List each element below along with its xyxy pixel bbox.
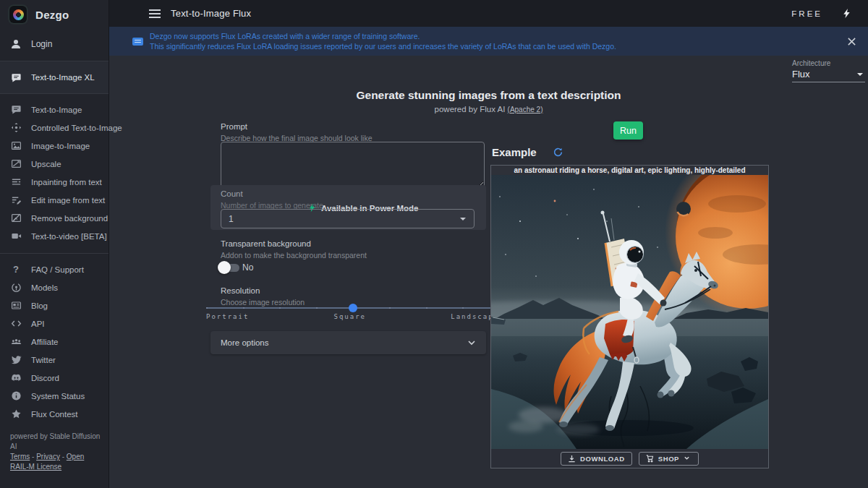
video-camera-icon bbox=[10, 231, 22, 242]
link-separator: - bbox=[32, 453, 34, 461]
sidebar-links-group: ? FAQ / Support Models Blog API bbox=[0, 260, 109, 423]
sidebar-item-twitter[interactable]: Twitter bbox=[0, 351, 109, 369]
plan-badge[interactable]: FREE bbox=[791, 9, 822, 18]
discord-icon bbox=[10, 372, 22, 384]
news-badge-icon bbox=[132, 38, 143, 46]
sidebar-item-label: Inpainting from text bbox=[31, 178, 102, 187]
chevron-down-icon bbox=[856, 71, 864, 78]
announcement-banner: Dezgo now supports Flux LoRAs created wi… bbox=[109, 27, 868, 56]
app-window: Dezgo Login Text-to-Image XL Text-to-Ima… bbox=[0, 0, 868, 488]
banner-text: Dezgo now supports Flux LoRAs created wi… bbox=[150, 31, 616, 51]
refresh-icon[interactable] bbox=[553, 147, 563, 158]
person-icon bbox=[10, 38, 22, 50]
prompt-input[interactable] bbox=[221, 142, 485, 188]
sidebar-item-text-to-video[interactable]: Text-to-video [BETA] bbox=[0, 227, 109, 245]
hero: Generate stunning images from a text des… bbox=[109, 89, 868, 114]
more-options-label: More options bbox=[221, 338, 268, 347]
sidebar-item-models[interactable]: Models bbox=[0, 278, 109, 296]
sidebar-item-upscale[interactable]: Upscale bbox=[0, 155, 109, 173]
star-icon bbox=[10, 408, 22, 420]
brand-home-link[interactable]: Dezgo bbox=[0, 0, 109, 29]
sidebar-item-api[interactable]: API bbox=[0, 314, 109, 333]
sidebar-item-label: Text-to-Image XL bbox=[31, 73, 95, 82]
sidebar-item-label: Text-to-Image bbox=[31, 106, 82, 114]
download-button[interactable]: DOWNLOAD bbox=[561, 452, 632, 466]
transparent-bg-toggle[interactable] bbox=[218, 261, 242, 274]
sidebar-item-flux-contest[interactable]: Flux Contest bbox=[0, 405, 109, 423]
sidebar-item-text-to-image-xl[interactable]: Text-to-Image XL bbox=[0, 61, 109, 93]
more-options-accordion[interactable]: More options bbox=[210, 331, 486, 354]
sidebar-item-label: Twitter bbox=[31, 356, 56, 364]
sidebar-item-blog[interactable]: Blog bbox=[0, 296, 109, 314]
chevron-down-icon bbox=[467, 338, 476, 347]
run-button[interactable]: Run bbox=[613, 121, 643, 140]
transparent-bg-label: Transparent background bbox=[221, 239, 311, 248]
resolution-mark-portrait[interactable]: Portrait bbox=[206, 313, 249, 320]
lines-filter-icon bbox=[10, 176, 22, 188]
sidebar-item-label: Controlled Text-to-Image bbox=[31, 124, 122, 132]
download-label: DOWNLOAD bbox=[580, 455, 625, 463]
shop-button[interactable]: SHOP bbox=[639, 452, 699, 466]
example-image bbox=[491, 175, 768, 449]
link-separator: - bbox=[62, 453, 64, 461]
powered-by-text: powered by Stable Diffusion AI bbox=[10, 432, 103, 452]
apache-2-link[interactable]: (Apache 2) bbox=[508, 106, 543, 114]
dezgo-logo-icon bbox=[9, 6, 27, 23]
count-value: 1 bbox=[229, 214, 234, 224]
sidebar-item-label: Login bbox=[31, 39, 52, 49]
shop-label: SHOP bbox=[658, 455, 679, 463]
architecture-label: Architecture bbox=[792, 59, 865, 67]
sidebar: Dezgo Login Text-to-Image XL Text-to-Ima… bbox=[0, 0, 109, 488]
sidebar-item-faq-support[interactable]: ? FAQ / Support bbox=[0, 260, 109, 278]
terms-link[interactable]: Terms bbox=[10, 453, 30, 461]
sidebar-item-remove-background[interactable]: Remove background bbox=[0, 209, 109, 227]
resolution-slider[interactable] bbox=[206, 303, 499, 313]
transparent-bg-value: No bbox=[242, 262, 253, 273]
hero-subtitle: powered by Flux AI bbox=[435, 105, 506, 114]
sidebar-item-edit-image-from-text[interactable]: Edit image from text bbox=[0, 191, 109, 209]
sidebar-item-controlled-text-to-image[interactable]: Controlled Text-to-Image bbox=[0, 119, 109, 137]
example-title: Example bbox=[492, 146, 537, 158]
dpad-move-icon bbox=[10, 122, 22, 134]
chevron-down-icon bbox=[684, 455, 692, 463]
sidebar-item-login[interactable]: Login bbox=[0, 33, 109, 55]
model-circle-icon bbox=[10, 282, 22, 294]
sidebar-item-label: System Status bbox=[31, 392, 85, 401]
sidebar-item-text-to-image[interactable]: Text-to-Image bbox=[0, 100, 109, 119]
count-label: Count bbox=[221, 189, 243, 198]
example-card: an astronaut riding a horse, digital art… bbox=[490, 165, 769, 468]
prompt-label: Prompt bbox=[221, 122, 247, 131]
crescent-moon bbox=[676, 202, 691, 216]
count-select[interactable]: 1 bbox=[221, 209, 475, 228]
architecture-select[interactable]: Architecture Flux bbox=[792, 59, 865, 82]
hero-title: Generate stunning images from a text des… bbox=[109, 89, 868, 102]
resolution-mark-square[interactable]: Square bbox=[334, 313, 367, 320]
sidebar-item-inpainting-from-text[interactable]: Inpainting from text bbox=[0, 173, 109, 191]
resolution-label: Resolution bbox=[221, 286, 260, 295]
image-slash-icon bbox=[10, 213, 22, 224]
architecture-value: Flux bbox=[792, 69, 810, 80]
sidebar-item-label: Discord bbox=[31, 374, 59, 382]
sidebar-item-affiliate[interactable]: Affiliate bbox=[0, 333, 109, 351]
example-caption: an astronaut riding a horse, digital art… bbox=[491, 166, 768, 175]
edit-pencil-icon bbox=[10, 194, 22, 206]
sidebar-item-image-to-image[interactable]: Image-to-Image bbox=[0, 137, 109, 155]
chat-bubble-icon bbox=[10, 104, 22, 116]
power-mode-bolt-icon[interactable] bbox=[841, 8, 852, 19]
privacy-link[interactable]: Privacy bbox=[36, 453, 60, 461]
slider-thumb[interactable] bbox=[349, 304, 357, 312]
hamburger-menu-icon[interactable] bbox=[148, 9, 161, 19]
info-circle-icon bbox=[10, 390, 22, 402]
close-icon[interactable] bbox=[847, 37, 856, 46]
question-mark-icon: ? bbox=[10, 264, 22, 275]
sidebar-item-label: Image-to-Image bbox=[31, 142, 90, 150]
chat-bubble-icon bbox=[10, 72, 22, 83]
sidebar-item-label: Affiliate bbox=[31, 338, 59, 346]
twitter-bird-icon bbox=[10, 354, 22, 366]
sidebar-item-label: Text-to-video [BETA] bbox=[31, 232, 107, 241]
example-header: Example bbox=[492, 146, 563, 158]
sidebar-item-discord[interactable]: Discord bbox=[0, 369, 109, 387]
page-title: Text-to-Image Flux bbox=[171, 8, 251, 19]
banner-line-2: This significantly reduces Flux LoRA loa… bbox=[150, 41, 616, 51]
sidebar-item-system-status[interactable]: System Status bbox=[0, 387, 109, 405]
